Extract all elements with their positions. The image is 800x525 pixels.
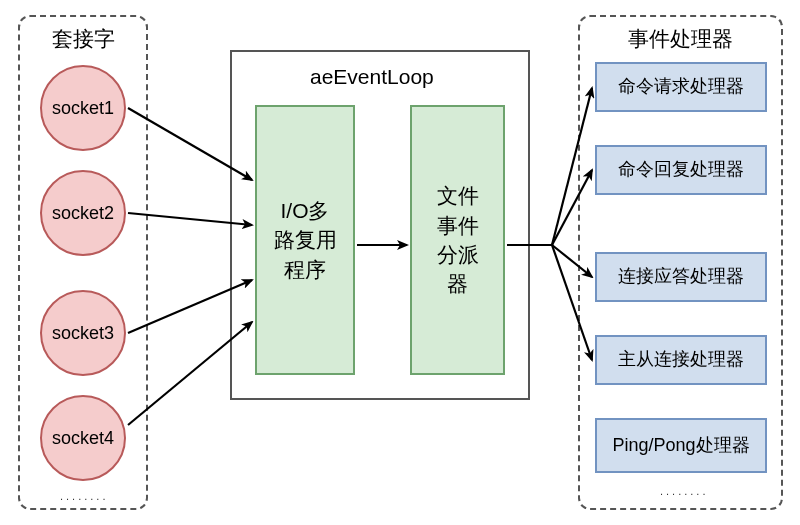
io-mux-box: I/O多路复用程序 [255,105,355,375]
handlers-title: 事件处理器 [580,25,781,53]
socket-1: socket1 [40,65,126,151]
io-mux-label: I/O多路复用程序 [274,196,337,284]
dispatcher-box: 文件事件分派器 [410,105,505,375]
socket-1-label: socket1 [52,98,114,119]
sockets-ellipsis: ........ [60,490,108,502]
handler-master-slave: 主从连接处理器 [595,335,767,385]
handler-reply: 命令回复处理器 [595,145,767,195]
handler-request-label: 命令请求处理器 [618,76,744,98]
socket-2: socket2 [40,170,126,256]
dispatcher-label: 文件事件分派器 [437,181,479,299]
handler-accept-label: 连接应答处理器 [618,266,744,288]
socket-3-label: socket3 [52,323,114,344]
handler-reply-label: 命令回复处理器 [618,159,744,181]
socket-2-label: socket2 [52,203,114,224]
handler-accept: 连接应答处理器 [595,252,767,302]
handler-pingpong: Ping/Pong处理器 [595,418,767,473]
handler-master-slave-label: 主从连接处理器 [618,349,744,371]
handler-pingpong-label: Ping/Pong处理器 [612,435,749,457]
handlers-ellipsis: ........ [660,485,708,497]
socket-3: socket3 [40,290,126,376]
socket-4-label: socket4 [52,428,114,449]
eventloop-title: aeEventLoop [310,65,434,89]
handler-request: 命令请求处理器 [595,62,767,112]
socket-4: socket4 [40,395,126,481]
sockets-title: 套接字 [20,25,146,53]
